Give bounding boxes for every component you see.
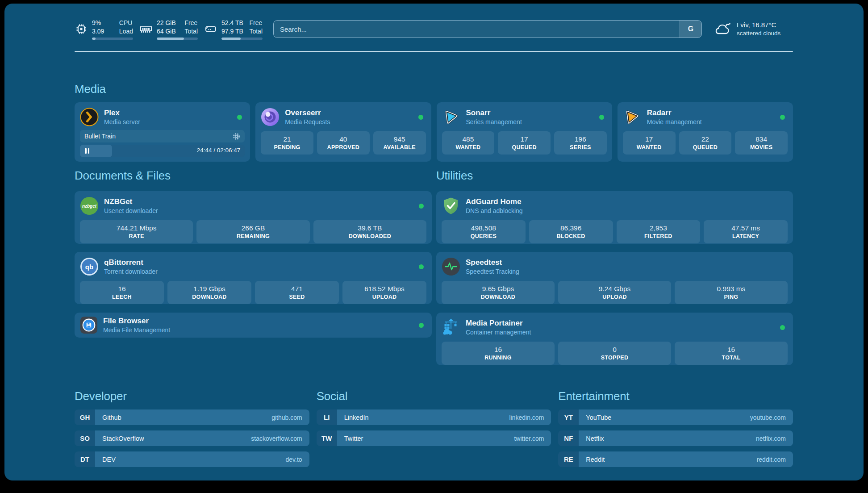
tile-label: BLOCKED bbox=[557, 233, 585, 240]
tile-label: QUEUED bbox=[512, 144, 536, 151]
bookmark-name: Netflix bbox=[586, 435, 756, 442]
bookmark-group-entertainment: Entertainment YT YouTube youtube.com NF … bbox=[558, 389, 793, 467]
status-dot bbox=[237, 115, 242, 120]
bookmark-row-github[interactable]: GH Github github.com bbox=[75, 409, 309, 425]
status-dot bbox=[599, 115, 604, 120]
header-divider bbox=[75, 51, 793, 52]
app-card-filebrowser[interactable]: File Browser Media File Management bbox=[75, 313, 432, 338]
stat-tile: 40 APPROVED bbox=[317, 131, 370, 155]
adguard-icon bbox=[442, 196, 460, 215]
search-engine-button[interactable]: G bbox=[680, 21, 701, 38]
section-title-developer: Developer bbox=[75, 389, 309, 403]
app-card-speedtest[interactable]: Speedtest Speedtest Tracking 9.65 Gbps D… bbox=[436, 252, 793, 304]
app-card-adguard[interactable]: AdGuard Home DNS and adblocking 498,508 … bbox=[436, 191, 793, 244]
app-subtitle: Media File Management bbox=[103, 326, 415, 334]
tile-value: 196 bbox=[575, 135, 586, 144]
ram-stat: 22 GiB Free 64 GiB Total bbox=[139, 19, 204, 40]
bookmark-row-stackoverflow[interactable]: SO StackOverflow stackoverflow.com bbox=[75, 430, 309, 446]
weather-location-temp: Lviv, 16.87°C bbox=[737, 21, 780, 29]
gear-icon[interactable] bbox=[233, 133, 240, 140]
stat-tile: 17 QUEUED bbox=[498, 131, 551, 155]
now-playing-row: Bullet Train bbox=[80, 130, 245, 142]
cpu-label-1: CPU bbox=[119, 19, 133, 27]
app-card-overseerr[interactable]: Overseerr Media Requests 21 PENDING 40 A… bbox=[255, 102, 431, 162]
bookmark-row-netflix[interactable]: NF Netflix netflix.com bbox=[558, 430, 793, 446]
status-dot bbox=[419, 323, 424, 328]
app-card-sonarr[interactable]: Sonarr Series management 485 WANTED 17 Q… bbox=[437, 102, 612, 162]
weather-condition: scattered clouds bbox=[737, 29, 780, 38]
status-dot bbox=[418, 115, 423, 120]
disk-stat: 52.4 TB Free 97.9 TB Total bbox=[204, 19, 269, 40]
app-name: Speedtest bbox=[466, 258, 788, 267]
portainer-icon bbox=[442, 318, 460, 337]
stat-tile: 9.65 Gbps DOWNLOAD bbox=[442, 281, 555, 304]
disk-free: 52.4 TB bbox=[221, 19, 246, 27]
app-card-portainer[interactable]: Media Portainer Container management 16 … bbox=[436, 313, 793, 365]
bookmark-abbr: DT bbox=[75, 451, 95, 467]
status-dot bbox=[419, 264, 424, 269]
tile-value: 39.6 TB bbox=[358, 224, 382, 233]
tile-label: TOTAL bbox=[722, 354, 740, 362]
tile-value: 0 bbox=[613, 345, 617, 354]
app-subtitle: Media Requests bbox=[285, 118, 414, 126]
tile-label: PENDING bbox=[274, 144, 300, 151]
cpu-percent: 9% bbox=[92, 19, 116, 27]
tile-value: 16 bbox=[494, 345, 502, 354]
disk-label-2: Total bbox=[249, 27, 263, 36]
bookmark-row-dev[interactable]: DT DEV dev.to bbox=[75, 451, 309, 467]
bookmark-url: twitter.com bbox=[514, 435, 544, 442]
bookmark-abbr: GH bbox=[75, 409, 95, 425]
stat-tile: 47.57 ms LATENCY bbox=[704, 220, 788, 243]
stat-tile: 744.21 Mbps RATE bbox=[80, 220, 193, 243]
section-title-entertainment: Entertainment bbox=[558, 389, 793, 403]
app-name: Plex bbox=[104, 108, 234, 118]
search-input[interactable] bbox=[274, 21, 680, 38]
tile-value: 485 bbox=[462, 135, 474, 144]
tile-label: REMAINING bbox=[237, 233, 270, 240]
tile-label: DOWNLOAD bbox=[192, 293, 226, 301]
tile-value: 86,396 bbox=[560, 224, 581, 233]
svg-text:nzbget: nzbget bbox=[82, 204, 97, 209]
bookmark-row-linkedin[interactable]: LI LinkedIn linkedin.com bbox=[317, 409, 551, 425]
bookmark-row-twitter[interactable]: TW Twitter twitter.com bbox=[317, 430, 551, 446]
stat-tile: 945 AVAILABLE bbox=[373, 131, 426, 155]
app-card-nzbget[interactable]: nzbget NZBGet Usenet downloader 744.21 M… bbox=[75, 191, 432, 244]
tile-value: 9.24 Gbps bbox=[599, 284, 631, 293]
app-card-radarr[interactable]: Radarr Movie management 17 WANTED 22 QUE… bbox=[618, 102, 793, 162]
tile-value: 16 bbox=[118, 284, 125, 293]
bookmark-row-reddit[interactable]: RE Reddit reddit.com bbox=[558, 451, 793, 467]
app-subtitle: Media server bbox=[104, 118, 234, 126]
tile-label: WANTED bbox=[455, 144, 480, 151]
tile-label: MOVIES bbox=[750, 144, 772, 151]
stat-tile: 1.19 Gbps DOWNLOAD bbox=[167, 281, 251, 304]
cpu-stat: 9% CPU 3.09 Load bbox=[75, 19, 139, 40]
disk-label-1: Free bbox=[249, 19, 263, 27]
tile-label: RATE bbox=[129, 233, 144, 240]
bookmark-name: LinkedIn bbox=[344, 414, 509, 421]
disk-total: 97.9 TB bbox=[221, 27, 246, 36]
tile-value: 47.57 ms bbox=[731, 224, 760, 233]
pause-button[interactable] bbox=[85, 148, 89, 154]
section-title-utilities: Utilities bbox=[436, 169, 793, 182]
tile-value: 834 bbox=[755, 135, 767, 144]
bookmark-name: StackOverflow bbox=[102, 435, 251, 442]
disk-icon bbox=[204, 22, 217, 36]
cloud-icon bbox=[714, 21, 732, 37]
app-card-plex[interactable]: Plex Media server Bullet Train bbox=[75, 102, 250, 162]
bookmark-row-youtube[interactable]: YT YouTube youtube.com bbox=[558, 409, 793, 425]
playback-progress: 24:44 / 02:06:47 bbox=[80, 145, 245, 157]
speedtest-icon bbox=[442, 257, 460, 276]
app-subtitle: DNS and adblocking bbox=[466, 207, 788, 215]
stat-tile: 834 MOVIES bbox=[735, 131, 788, 155]
tile-label: DOWNLOAD bbox=[481, 293, 515, 301]
app-card-qbittorrent[interactable]: qb qBittorrent Torrent downloader 16 LEE… bbox=[75, 252, 432, 304]
svg-text:qb: qb bbox=[85, 263, 93, 271]
app-name: NZBGet bbox=[104, 197, 415, 207]
tile-label: STOPPED bbox=[601, 354, 629, 362]
stat-tile: 0.993 ms PING bbox=[675, 281, 788, 304]
tile-label: PING bbox=[724, 293, 739, 301]
status-dot bbox=[419, 204, 424, 209]
section-documents: Documents & Files nzbget NZBGet Usenet d… bbox=[75, 169, 432, 182]
app-subtitle: Torrent downloader bbox=[104, 267, 415, 276]
app-name: File Browser bbox=[103, 316, 415, 326]
